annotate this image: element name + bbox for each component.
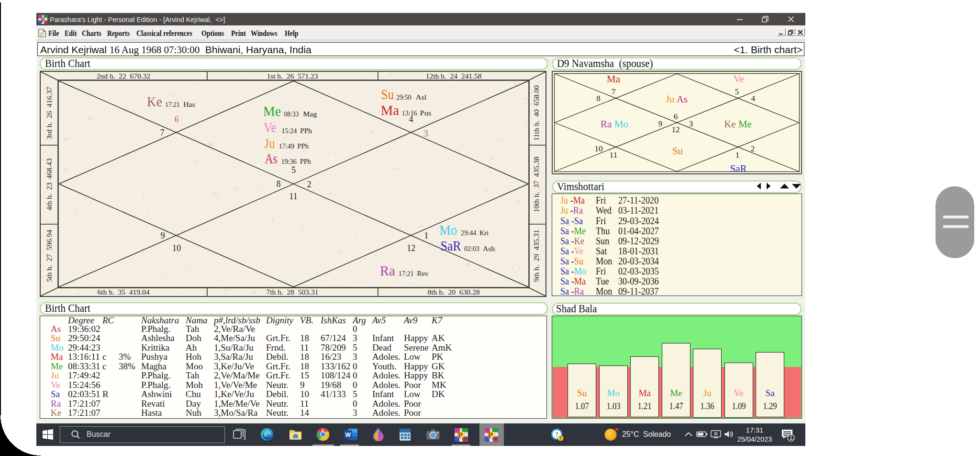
svg-text:10: 10 (595, 144, 603, 153)
svg-text:4: 4 (751, 94, 756, 103)
svg-text:2nd h. 22 670.32: 2nd h. 22 670.32 (97, 72, 150, 80)
svg-text:15:24: 15:24 (281, 126, 297, 135)
svg-text:12: 12 (672, 125, 680, 134)
svg-text:11: 11 (289, 192, 297, 201)
svg-text:29:44: 29:44 (461, 228, 477, 237)
svg-text:9: 9 (658, 119, 663, 128)
svg-text:5: 5 (735, 87, 739, 96)
svg-text:7: 7 (612, 87, 616, 96)
svg-text:2: 2 (751, 144, 755, 153)
svg-text:Ma: Ma (607, 73, 621, 85)
svg-text:3rd h. 26 416.37: 3rd h. 26 416.37 (45, 87, 53, 139)
svg-text:PPh: PPh (300, 157, 311, 165)
svg-text:Ju: Ju (265, 136, 275, 151)
svg-text:17:21: 17:21 (399, 269, 414, 277)
svg-text:SaR: SaR (441, 238, 461, 253)
svg-text:8: 8 (596, 94, 601, 103)
svg-text:5th h. 27 596.94: 5th h. 27 596.94 (45, 229, 53, 282)
svg-text:PPh: PPh (300, 126, 312, 135)
svg-text:Pus: Pus (420, 109, 432, 117)
svg-text:1st h. 26 571.23: 1st h. 26 571.23 (267, 72, 318, 80)
svg-text:08:33: 08:33 (284, 110, 299, 118)
svg-text:Ve: Ve (734, 73, 744, 85)
svg-text:5: 5 (291, 165, 296, 175)
svg-text:12th h. 24 241.58: 12th h. 24 241.58 (426, 72, 482, 80)
svg-text:Ra Mo: Ra Mo (601, 118, 628, 130)
svg-text:de: de (492, 436, 497, 441)
svg-text:Ke Me: Ke Me (724, 118, 752, 130)
svg-text:Rev: Rev (417, 269, 428, 277)
svg-text:Kri: Kri (479, 228, 489, 237)
svg-text:1: 1 (790, 434, 793, 441)
svg-text:11th h. 40 658.00: 11th h. 40 658.00 (532, 85, 540, 141)
svg-text:10: 10 (172, 243, 181, 253)
svg-text:7th h. 28 503.31: 7th h. 28 503.31 (267, 288, 319, 296)
svg-text:PPh: PPh (297, 142, 309, 150)
svg-text:4th h. 23 468.43: 4th h. 23 468.43 (45, 158, 53, 210)
svg-text:Su: Su (381, 87, 394, 102)
svg-text:9: 9 (161, 231, 165, 240)
svg-text:Ke: Ke (147, 94, 162, 109)
svg-text:Mag: Mag (303, 110, 317, 118)
svg-text:19:36: 19:36 (281, 157, 297, 165)
svg-text:11: 11 (610, 150, 617, 160)
svg-text:3: 3 (689, 119, 693, 128)
svg-text:02:03: 02:03 (464, 244, 479, 252)
svg-text:3: 3 (424, 129, 428, 138)
svg-text:1: 1 (735, 150, 740, 160)
svg-text:12: 12 (407, 243, 415, 253)
svg-text:Asl: Asl (416, 93, 426, 101)
svg-text:2: 2 (307, 180, 312, 189)
svg-text:Me: Me (263, 103, 281, 119)
svg-text:As: As (265, 151, 278, 166)
svg-text:4: 4 (409, 114, 413, 124)
svg-text:8: 8 (277, 179, 281, 189)
svg-text:Ra: Ra (380, 263, 395, 278)
svg-text:Has: Has (183, 100, 195, 108)
svg-text:10th h. 37 435.38: 10th h. 37 435.38 (532, 156, 540, 212)
svg-text:6th h. 35 419.04: 6th h. 35 419.04 (98, 288, 150, 296)
svg-text:17:21: 17:21 (165, 100, 180, 108)
svg-text:9th h. 29 435.31: 9th h. 29 435.31 (532, 230, 540, 282)
svg-text:Mo: Mo (439, 222, 457, 238)
svg-text:17:49: 17:49 (279, 142, 295, 150)
svg-text:7: 7 (160, 128, 165, 137)
svg-text:1: 1 (424, 231, 429, 240)
svg-text:W: W (345, 432, 351, 438)
svg-text:SaR: SaR (730, 163, 746, 174)
svg-text:29:50: 29:50 (396, 93, 411, 101)
svg-text:Ve: Ve (264, 120, 276, 135)
svg-text:Su: Su (672, 145, 683, 157)
svg-text:P: P (41, 16, 45, 23)
svg-text:de: de (462, 436, 467, 441)
svg-text:Ju As: Ju As (666, 93, 688, 105)
svg-text:6: 6 (175, 114, 179, 124)
svg-text:8th h. 20 630.28: 8th h. 20 630.28 (428, 288, 480, 296)
svg-text:Ash: Ash (483, 244, 495, 252)
svg-text:Ma: Ma (381, 103, 399, 118)
svg-text:6: 6 (674, 112, 678, 121)
